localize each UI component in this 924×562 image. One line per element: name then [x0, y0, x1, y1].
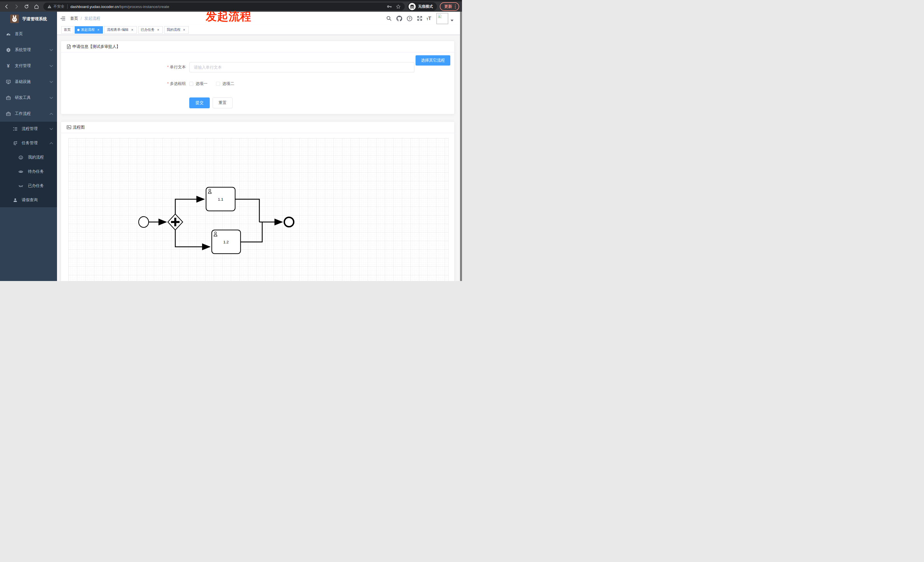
- sidebar-item-label: 系统管理: [15, 47, 50, 52]
- avatar[interactable]: [436, 13, 448, 24]
- tab-start-process[interactable]: 发起流程 ×: [75, 26, 103, 34]
- browser-menu-icon[interactable]: [455, 4, 456, 9]
- apply-info-card-header: 申请信息【测试多审批人】: [61, 41, 454, 52]
- single-line-text-input[interactable]: [189, 62, 414, 72]
- incognito-label: 无痕模式: [418, 4, 433, 9]
- checkbox-option-2[interactable]: 选项二: [216, 81, 234, 86]
- tab-done-tasks[interactable]: 已办任务 ×: [138, 26, 163, 34]
- tree-list-icon: [12, 126, 18, 131]
- task-label: 1.2: [224, 240, 229, 244]
- app-title: 芋道管理系统: [22, 16, 47, 22]
- browser-back-button[interactable]: [3, 3, 10, 10]
- browser-reload-button[interactable]: [23, 3, 30, 10]
- sidebar-item-task-mgmt[interactable]: 任务管理: [0, 136, 57, 150]
- checkbox-option-label: 选项二: [222, 81, 234, 86]
- password-key-button[interactable]: [387, 4, 392, 9]
- tab-close-icon[interactable]: ×: [96, 28, 100, 32]
- eye-icon: [18, 169, 23, 174]
- browser-update-button[interactable]: 更新: [440, 2, 459, 11]
- branch-icon: [12, 141, 18, 145]
- sidebar-item-system[interactable]: 系统管理: [0, 42, 57, 58]
- apply-info-card: 申请信息【测试多审批人】 选择其它流程 *单行文本 *多选框组: [61, 41, 454, 114]
- tags-view-bar: 首页 发起流程 × 流程表单-编辑 × 已办任务 × 我的流程 ×: [57, 25, 462, 35]
- checkbox-icon[interactable]: [189, 82, 193, 86]
- gear-icon: [6, 47, 11, 52]
- font-size-button[interactable]: TT: [427, 16, 432, 21]
- url-host[interactable]: dashboard.yudao.iocoder.cn: [70, 4, 119, 9]
- yen-icon: ¥: [6, 63, 11, 68]
- tab-label: 首页: [64, 27, 70, 32]
- breadcrumb-separator: /: [81, 16, 82, 21]
- briefcase-icon: [6, 95, 11, 100]
- browser-forward-button[interactable]: [13, 3, 20, 10]
- form-actions-row: 提交 重置: [67, 97, 448, 108]
- tab-close-icon[interactable]: ×: [156, 28, 160, 32]
- sidebar-item-done-tasks[interactable]: 已办任务: [0, 179, 57, 193]
- required-asterisk: *: [167, 81, 169, 86]
- chevron-down-icon: [50, 65, 53, 67]
- tab-process-form-edit[interactable]: 流程表单-编辑 ×: [104, 26, 137, 34]
- flow-diagram-card-body: 1.1 1.2: [61, 133, 454, 281]
- user-icon: [12, 198, 18, 202]
- sidebar-item-label: 已办任务: [28, 183, 53, 188]
- sidebar-item-label: 支付管理: [15, 63, 50, 68]
- tab-close-icon[interactable]: ×: [130, 28, 134, 32]
- user-task-1-1[interactable]: 1.1: [206, 187, 235, 211]
- submit-button[interactable]: 提交: [189, 97, 210, 108]
- browser-home-button[interactable]: [33, 3, 40, 10]
- tab-my-process[interactable]: 我的流程 ×: [164, 26, 189, 34]
- help-button[interactable]: ?: [406, 15, 413, 22]
- avatar-dropdown-caret[interactable]: [451, 19, 453, 21]
- security-label[interactable]: 不安全: [53, 4, 64, 9]
- plus-icon: [174, 218, 176, 226]
- sidebar-collapse-button[interactable]: [60, 16, 66, 21]
- flow-diagram-card: 流程图: [61, 121, 454, 281]
- github-link[interactable]: [396, 15, 403, 22]
- page-scrollbar[interactable]: [460, 12, 462, 281]
- sidebar-item-leave-query[interactable]: 请假查询: [0, 193, 57, 207]
- sidebar-item-devtools[interactable]: 研发工具: [0, 90, 57, 106]
- chevron-down-icon: [50, 81, 53, 83]
- tab-home[interactable]: 首页: [61, 26, 73, 34]
- sidebar-item-process-mgmt[interactable]: 流程管理: [0, 122, 57, 136]
- bpmn-grid: [68, 138, 448, 281]
- checkbox-icon[interactable]: [216, 82, 220, 86]
- sidebar-item-infra[interactable]: 基础设施: [0, 74, 57, 90]
- user-task-1-2[interactable]: 1.2: [212, 230, 240, 254]
- choose-other-process-button[interactable]: 选择其它流程: [416, 55, 450, 66]
- sidebar-item-payment[interactable]: ¥ 支付管理: [0, 58, 57, 74]
- url-path[interactable]: /bpm/process-instance/create: [119, 4, 169, 9]
- sidebar-item-label: 任务管理: [22, 141, 50, 145]
- start-event[interactable]: [139, 217, 149, 228]
- apply-info-card-body: 选择其它流程 *单行文本 *多选框组 选项一: [61, 62, 454, 114]
- sidebar-logo[interactable]: 芋道管理系统: [0, 12, 57, 26]
- url-divider: [67, 4, 68, 9]
- tab-label: 我的流程: [167, 27, 180, 32]
- checkbox-option-1[interactable]: 选项一: [189, 81, 207, 86]
- single-line-text-label: *单行文本: [67, 65, 189, 70]
- fullscreen-button[interactable]: [416, 15, 423, 22]
- eye-closed-icon: [18, 183, 23, 188]
- header-search-button[interactable]: [386, 15, 393, 22]
- bpmn-canvas[interactable]: 1.1 1.2: [68, 138, 448, 281]
- sidebar-item-todo-tasks[interactable]: 待办任务: [0, 165, 57, 179]
- sidebar-item-workflow[interactable]: 工作流程: [0, 106, 57, 122]
- flow-diagram-card-header: 流程图: [61, 122, 454, 133]
- checkbox-group-label: *多选框组: [67, 81, 189, 86]
- forward-arrow-icon: [14, 4, 19, 9]
- reset-button[interactable]: 重置: [213, 97, 232, 108]
- breadcrumb-home[interactable]: 首页: [70, 16, 78, 21]
- svg-text:?: ?: [408, 17, 410, 20]
- bookmark-star-button[interactable]: [396, 4, 401, 9]
- tab-close-icon[interactable]: ×: [182, 28, 186, 32]
- incognito-icon: [408, 3, 416, 10]
- sidebar-item-my-process[interactable]: 我的流程: [0, 150, 57, 165]
- breadcrumb-current: 发起流程: [84, 16, 100, 21]
- end-event[interactable]: [285, 217, 294, 227]
- sidebar-item-label: 工作流程: [15, 111, 50, 116]
- sidebar-item-label: 首页: [15, 31, 53, 36]
- sidebar-item-label: 我的流程: [28, 155, 53, 160]
- sidebar-item-home[interactable]: 首页: [0, 26, 57, 42]
- sidebar-item-label: 流程管理: [22, 126, 50, 131]
- logo-image: [10, 15, 19, 23]
